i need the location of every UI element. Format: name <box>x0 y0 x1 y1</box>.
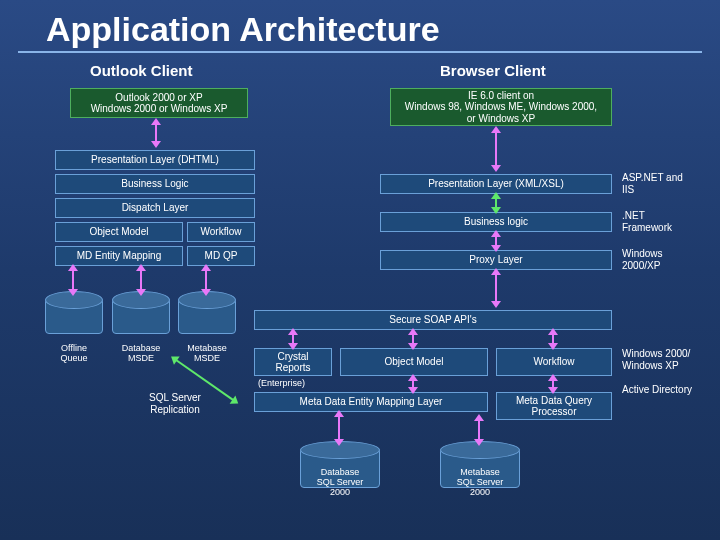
arrow-ie-to-xml <box>495 132 497 166</box>
arrow-outlook-to-dhtml <box>155 124 157 142</box>
slide-title: Application Architecture <box>18 0 702 53</box>
arrow-workflow-to-mdq <box>552 380 554 388</box>
arrow-metadata-to-db <box>338 416 340 440</box>
arrow-mdentity-to-queue <box>72 270 74 290</box>
workflow-bottom: Workflow <box>496 348 612 376</box>
sql-server-replication-label: SQL Server Replication <box>130 392 220 416</box>
note-aspnet-iis: ASP.NET and IIS <box>622 172 683 196</box>
workflow-left: Workflow <box>187 222 255 242</box>
object-model-left: Object Model <box>55 222 183 242</box>
metabase-sql2000-label: Metabase SQL Server 2000 <box>440 468 520 498</box>
arrow-proxy-to-soap <box>495 274 497 302</box>
offline-queue-label: Offline Queue <box>45 344 103 364</box>
arrow-logic-to-proxy <box>495 236 497 246</box>
proxy-layer: Proxy Layer <box>380 250 612 270</box>
arrow-mdq-to-metabase <box>478 420 480 440</box>
arrow-soap-to-crystal <box>292 334 294 344</box>
arrow-soap-to-workflow <box>552 334 554 344</box>
database-sql2000-label: Database SQL Server 2000 <box>300 468 380 498</box>
offline-queue-cylinder <box>45 298 103 334</box>
note-dotnet-framework: .NET Framework <box>622 210 672 234</box>
crystal-enterprise-note: (Enterprise) <box>258 378 305 389</box>
secure-soap-api: Secure SOAP API's <box>254 310 612 330</box>
meta-data-query-processor: Meta Data Query Processor <box>496 392 612 420</box>
arrow-mdentity-to-db <box>140 270 142 290</box>
meta-data-entity-mapping: Meta Data Entity Mapping Layer <box>254 392 488 412</box>
note-windows-ad: Windows 2000/ Windows XP Active Director… <box>622 348 692 396</box>
arrow-xml-to-logic <box>495 198 497 208</box>
database-msde-cylinder <box>112 298 170 334</box>
ie-env-box: IE 6.0 client on Windows 98, Windows ME,… <box>390 88 612 126</box>
database-msde-label: Database MSDE <box>112 344 170 364</box>
dispatch-layer: Dispatch Layer <box>55 198 255 218</box>
note-windows-2000xp: Windows 2000/XP <box>622 248 663 272</box>
crystal-reports: Crystal Reports <box>254 348 332 376</box>
outlook-header: Outlook Client <box>90 62 193 79</box>
business-logic-left: Business Logic <box>55 174 255 194</box>
metabase-msde-cylinder <box>178 298 236 334</box>
md-entity-mapping: MD Entity Mapping <box>55 246 183 266</box>
arrow-om-to-metadata <box>412 380 414 388</box>
md-qp: MD QP <box>187 246 255 266</box>
presentation-dhtml: Presentation Layer (DHTML) <box>55 150 255 170</box>
presentation-xml: Presentation Layer (XML/XSL) <box>380 174 612 194</box>
arrow-soap-to-objectmodel <box>412 334 414 344</box>
outlook-env-box: Outlook 2000 or XP Windows 2000 or Windo… <box>70 88 248 118</box>
object-model-bottom: Object Model <box>340 348 488 376</box>
metabase-msde-label: Metabase MSDE <box>178 344 236 364</box>
browser-header: Browser Client <box>440 62 546 79</box>
arrow-mdqp-to-metabase <box>205 270 207 290</box>
business-logic-right: Business logic <box>380 212 612 232</box>
